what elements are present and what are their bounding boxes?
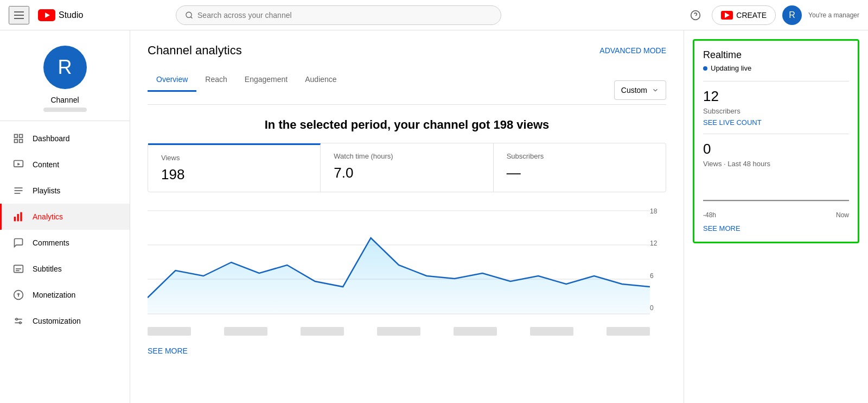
- create-video-icon: [721, 11, 733, 20]
- svg-point-27: [20, 322, 21, 324]
- svg-marker-11: [17, 163, 20, 166]
- subtitles-icon: [13, 263, 24, 274]
- date-filter-dropdown[interactable]: Custom: [614, 80, 666, 100]
- x-label-7: [607, 327, 650, 336]
- chart-time-labels: -48h Now: [703, 211, 849, 219]
- sidebar-item-analytics[interactable]: Analytics: [0, 204, 130, 230]
- logo-text: Studio: [59, 10, 83, 20]
- realtime-divider-1: [703, 81, 849, 81]
- see-live-count-link[interactable]: SEE LIVE COUNT: [703, 118, 762, 127]
- x-label-1: [148, 327, 191, 336]
- sidebar-channel: R Channel: [0, 35, 130, 121]
- tab-engagement[interactable]: Engagement: [236, 68, 296, 92]
- playlists-icon: [13, 185, 24, 196]
- live-label: Updating live: [711, 64, 751, 72]
- live-dot: [703, 66, 707, 71]
- page-title: Channel analytics: [148, 43, 242, 58]
- svg-rect-16: [17, 214, 19, 221]
- sidebar-item-monetization[interactable]: Monetization: [0, 282, 130, 308]
- create-button[interactable]: CREATE: [712, 5, 776, 25]
- tab-overview[interactable]: Overview: [148, 68, 196, 92]
- line-chart: [148, 205, 650, 325]
- svg-point-2: [186, 12, 192, 17]
- right-panel: Realtime Updating live 12 Subscribers SE…: [684, 30, 868, 403]
- sidebar-item-customization[interactable]: Customization: [0, 308, 130, 334]
- help-button[interactable]: [686, 5, 705, 25]
- menu-button[interactable]: [9, 6, 29, 24]
- sidebar-item-subtitles[interactable]: Subtitles: [0, 256, 130, 282]
- search-bar[interactable]: [176, 5, 501, 25]
- comments-icon: [13, 237, 24, 248]
- realtime-title: Realtime: [703, 49, 849, 61]
- svg-rect-15: [14, 217, 16, 221]
- time-start-label: -48h: [703, 211, 716, 219]
- time-end-label: Now: [836, 211, 849, 219]
- page-header: Channel analytics ADVANCED MODE: [148, 43, 666, 58]
- chart-container: 18 12 6 0: [148, 205, 666, 336]
- realtime-card: Realtime Updating live 12 Subscribers SE…: [693, 39, 859, 243]
- avatar[interactable]: R: [782, 5, 802, 25]
- dashboard-label: Dashboard: [33, 134, 70, 143]
- stat-card-watchtime[interactable]: Watch time (hours) 7.0: [321, 143, 493, 192]
- svg-rect-8: [15, 140, 18, 143]
- channel-name: Channel: [50, 96, 79, 104]
- views-label: Views: [161, 154, 307, 162]
- views-realtime-value: 0: [703, 141, 849, 158]
- svg-rect-6: [15, 135, 18, 138]
- subscribers-value: —: [507, 165, 653, 181]
- advanced-mode-link[interactable]: ADVANCED MODE: [599, 46, 666, 55]
- x-label-4: [377, 327, 420, 336]
- stat-card-views[interactable]: Views 198: [148, 143, 321, 192]
- date-filter-label: Custom: [621, 86, 647, 95]
- youtube-icon: [38, 9, 55, 21]
- sidebar-item-content[interactable]: Content: [0, 152, 130, 178]
- tabs: Overview Reach Engagement Audience: [148, 68, 614, 91]
- customization-icon: [13, 316, 24, 326]
- tab-audience[interactable]: Audience: [296, 68, 345, 92]
- help-icon: [690, 10, 701, 21]
- search-input[interactable]: [197, 11, 492, 20]
- sidebar-item-dashboard[interactable]: Dashboard: [0, 125, 130, 152]
- chart-see-more-link[interactable]: SEE MORE: [148, 347, 188, 355]
- dashboard-icon: [13, 133, 24, 144]
- live-indicator: Updating live: [703, 64, 849, 72]
- views-value: 198: [161, 166, 307, 183]
- realtime-divider-2: [703, 134, 849, 134]
- realtime-see-more-link[interactable]: SEE MORE: [703, 224, 741, 232]
- header: Studio CREATE R You're a manager: [0, 0, 868, 30]
- views-section: 0 Views · Last 48 hours: [703, 141, 849, 168]
- x-label-3: [301, 327, 344, 336]
- content-label: Content: [33, 160, 59, 169]
- comments-label: Comments: [33, 238, 69, 247]
- y-label-18: 18: [650, 207, 666, 215]
- chart-y-labels: 18 12 6 0: [650, 205, 666, 314]
- subtitles-label: Subtitles: [33, 265, 62, 273]
- sidebar-nav: Dashboard Content Playlists Analytics: [0, 121, 130, 338]
- subscribers-realtime-label: Subscribers: [703, 107, 849, 115]
- main-content: Channel analytics ADVANCED MODE Overview…: [130, 30, 684, 403]
- sidebar-item-comments[interactable]: Comments: [0, 230, 130, 256]
- stat-card-subscribers[interactable]: Subscribers —: [494, 143, 666, 192]
- svg-point-26: [16, 318, 17, 320]
- analytics-label: Analytics: [33, 212, 63, 221]
- sidebar: R Channel Dashboard Content: [0, 30, 130, 403]
- watchtime-value: 7.0: [334, 165, 480, 181]
- playlists-label: Playlists: [33, 186, 60, 195]
- monetization-icon: [13, 289, 24, 300]
- logo[interactable]: Studio: [38, 9, 83, 21]
- channel-sub-bar: [43, 108, 87, 112]
- chart-x-labels: [148, 327, 650, 336]
- y-label-6: 6: [650, 272, 666, 280]
- watchtime-label: Watch time (hours): [334, 152, 480, 160]
- content-icon: [13, 159, 24, 170]
- tab-reach[interactable]: Reach: [196, 68, 235, 92]
- monetization-label: Monetization: [33, 291, 75, 299]
- analytics-icon: [13, 211, 24, 222]
- channel-avatar[interactable]: R: [43, 46, 87, 89]
- x-label-2: [224, 327, 267, 336]
- chevron-down-icon: [652, 86, 659, 94]
- sidebar-item-playlists[interactable]: Playlists: [0, 178, 130, 204]
- svg-rect-7: [20, 135, 23, 138]
- subscribers-realtime-value: 12: [703, 88, 849, 105]
- x-label-5: [454, 327, 497, 336]
